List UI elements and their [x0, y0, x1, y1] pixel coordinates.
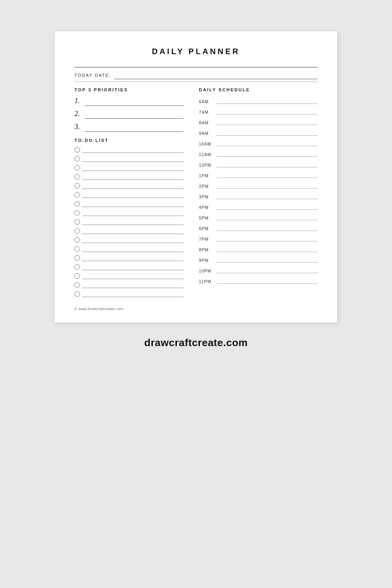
time-label: 7PM	[199, 237, 214, 243]
schedule-line[interactable]	[216, 139, 318, 146]
schedule-line[interactable]	[216, 129, 318, 136]
todo-checkbox[interactable]	[74, 282, 80, 288]
time-label: 10AM	[199, 142, 214, 147]
todo-line[interactable]	[82, 165, 183, 171]
todo-line[interactable]	[82, 219, 183, 225]
schedule-item: 4PM	[199, 203, 318, 211]
todo-item	[74, 228, 183, 234]
time-label: 7AM	[199, 110, 214, 116]
todo-item	[74, 201, 183, 207]
copyright-text: © www.drawcraftcreate.com	[74, 307, 318, 311]
time-label: 10PM	[199, 269, 214, 274]
todo-line[interactable]	[82, 228, 183, 234]
todo-line[interactable]	[82, 183, 183, 189]
left-column: TOP 3 PRIORITIES 1. 2. 3. TO-DO LIST	[74, 87, 191, 300]
schedule-row: 10PM	[199, 266, 318, 274]
schedule-row: 3PM	[199, 192, 318, 200]
schedule-line[interactable]	[216, 171, 318, 178]
todo-checkbox[interactable]	[74, 156, 80, 162]
priority-item-1: 1.	[74, 97, 183, 106]
date-input-line[interactable]	[114, 71, 318, 79]
schedule-line[interactable]	[216, 150, 318, 157]
todo-checkbox[interactable]	[74, 210, 80, 216]
todo-item	[74, 282, 183, 288]
schedule-row: 8AM	[199, 118, 318, 126]
todo-line[interactable]	[82, 264, 183, 270]
schedule-section-label: DAILY SCHEDULE	[199, 87, 318, 92]
schedule-line[interactable]	[216, 224, 318, 231]
time-label: 2PM	[199, 184, 214, 190]
todo-section-label: TO-DO LIST	[74, 138, 183, 143]
todo-checkbox[interactable]	[74, 255, 80, 261]
schedule-item: 7AM	[199, 107, 318, 116]
todo-item	[74, 165, 183, 171]
todo-checkbox[interactable]	[74, 291, 80, 297]
schedule-item: 8PM	[199, 245, 318, 253]
todo-line[interactable]	[82, 291, 183, 297]
schedule-item: 1PM	[199, 171, 318, 179]
schedule-line[interactable]	[216, 277, 318, 284]
todo-checkbox[interactable]	[74, 246, 80, 252]
schedule-row: 7PM	[199, 234, 318, 243]
right-column: DAILY SCHEDULE 6AM 7AM 8AM 9AM 10AM 11AM…	[191, 87, 318, 300]
priority-line-1[interactable]	[85, 98, 183, 106]
schedule-line[interactable]	[216, 234, 318, 241]
todo-checkbox[interactable]	[74, 174, 80, 180]
schedule-item: 9PM	[199, 256, 318, 264]
two-column-layout: TOP 3 PRIORITIES 1. 2. 3. TO-DO LIST	[74, 87, 318, 300]
time-label: 8AM	[199, 120, 214, 126]
schedule-line[interactable]	[216, 97, 318, 104]
todo-line[interactable]	[82, 273, 183, 279]
schedule-line[interactable]	[216, 192, 318, 199]
schedule-row: 10AM	[199, 139, 318, 147]
todo-line[interactable]	[82, 255, 183, 261]
priority-item-2: 2.	[74, 110, 183, 119]
schedule-line[interactable]	[216, 245, 318, 252]
time-label: 9PM	[199, 258, 214, 264]
todo-checkbox[interactable]	[74, 219, 80, 225]
todo-line[interactable]	[82, 174, 183, 180]
todo-line[interactable]	[82, 246, 183, 252]
priority-line-2[interactable]	[85, 111, 183, 119]
time-label: 6PM	[199, 226, 214, 232]
time-label: 11PM	[199, 279, 214, 285]
schedule-line[interactable]	[216, 213, 318, 220]
todo-line[interactable]	[82, 156, 183, 162]
todo-line[interactable]	[82, 282, 183, 288]
todo-item	[74, 183, 183, 189]
schedule-item: 8AM	[199, 118, 318, 126]
todo-item	[74, 147, 183, 153]
time-label: 5PM	[199, 216, 214, 221]
todo-checkbox[interactable]	[74, 165, 80, 171]
schedule-item: 5PM	[199, 213, 318, 221]
todo-item	[74, 246, 183, 252]
schedule-line[interactable]	[216, 160, 318, 167]
schedule-line[interactable]	[216, 181, 318, 189]
todo-line[interactable]	[82, 192, 183, 198]
date-divider	[74, 82, 318, 82]
schedule-line[interactable]	[216, 107, 318, 114]
schedule-line[interactable]	[216, 256, 318, 263]
todo-checkbox[interactable]	[74, 237, 80, 243]
time-label: 1PM	[199, 173, 214, 179]
todo-checkbox[interactable]	[74, 273, 80, 279]
schedule-row: 1PM	[199, 171, 318, 179]
todo-checkbox[interactable]	[74, 228, 80, 234]
todo-line[interactable]	[82, 147, 183, 153]
schedule-line[interactable]	[216, 203, 318, 210]
todo-item	[74, 264, 183, 270]
todo-checkbox[interactable]	[74, 147, 80, 152]
schedule-line[interactable]	[216, 266, 318, 273]
schedule-row: 2PM	[199, 181, 318, 190]
todo-checkbox[interactable]	[74, 264, 80, 270]
priority-number-3: 3.	[74, 123, 83, 132]
todo-line[interactable]	[82, 237, 183, 243]
todo-checkbox[interactable]	[74, 201, 80, 207]
schedule-line[interactable]	[216, 118, 318, 125]
todo-line[interactable]	[82, 210, 183, 216]
todo-line[interactable]	[82, 201, 183, 207]
priority-line-3[interactable]	[85, 124, 183, 132]
todo-checkbox[interactable]	[74, 183, 80, 189]
page-wrapper: DAILY PLANNER TODAY DATE: TOP 3 PRIORITI…	[0, 31, 392, 349]
todo-checkbox[interactable]	[74, 192, 80, 198]
